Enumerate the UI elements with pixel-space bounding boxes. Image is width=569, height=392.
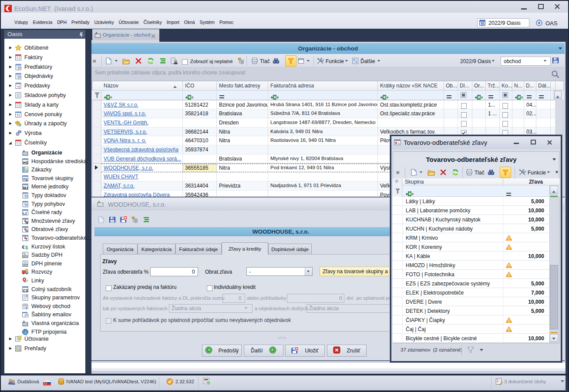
svg-text:CS: CS xyxy=(23,288,28,293)
svg-text:MJ: MJ xyxy=(23,186,28,190)
svg-text:€: € xyxy=(22,245,25,250)
svg-text:$: $ xyxy=(25,245,28,250)
svg-text:77: 77 xyxy=(17,114,20,117)
svg-text:T: T xyxy=(398,142,400,145)
svg-text:DPH: DPH xyxy=(23,255,27,258)
svg-text:%: % xyxy=(17,85,20,89)
svg-text:1,2: 1,2 xyxy=(23,212,27,215)
svg-text:TS: TS xyxy=(23,178,28,182)
svg-text:DPH: DPH xyxy=(24,264,28,266)
svg-text:O: O xyxy=(26,229,28,232)
svg-text:HS: HS xyxy=(23,161,28,165)
svg-text:T: T xyxy=(26,238,28,241)
svg-text:M: M xyxy=(26,221,28,224)
